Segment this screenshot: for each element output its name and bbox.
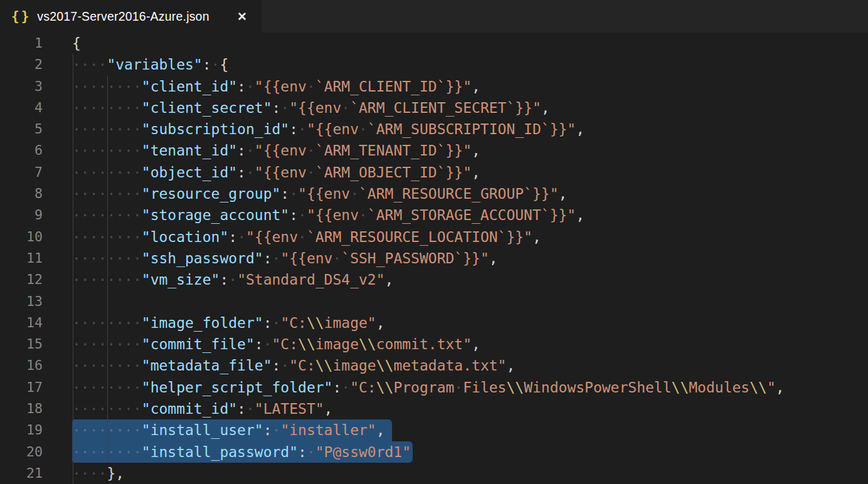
code-line[interactable]: 18········"commit_id":·"LATEST",	[0, 398, 868, 419]
token-pun: :	[228, 229, 237, 245]
token-key: "resource_group"	[142, 186, 281, 202]
token-esc: \\	[307, 315, 324, 331]
code-line-content: ········"location":·"{{env·`ARM_RESOURCE…	[72, 226, 541, 248]
code-line-content: ········"helper_script_folder":·"C:\\Pro…	[72, 377, 785, 398]
code-line[interactable]: 11········"ssh_password":·"{{env·`SSH_PA…	[0, 248, 868, 269]
token-esc: \\	[376, 357, 394, 374]
token-pun: {	[72, 35, 81, 51]
token-str: "{{env	[246, 229, 298, 245]
whitespace-dots: ·	[307, 164, 315, 181]
token-pun: ,	[506, 357, 515, 374]
token-str: Files	[463, 379, 506, 396]
tab-vs2017-server2016-azure-json[interactable]: {} vs2017-Server2016-Azure.json ✕	[0, 0, 262, 33]
code-line[interactable]: 9········"storage_account":·"{{env·`ARM_…	[0, 204, 868, 226]
code-line[interactable]: 4········"client_secret":·"{{env·`ARM_CL…	[0, 97, 868, 118]
line-number[interactable]: 20	[0, 441, 43, 463]
whitespace-dots: ·	[246, 78, 255, 95]
code-line[interactable]: 13	[0, 291, 868, 312]
token-str: "{{env	[307, 121, 359, 137]
line-number[interactable]: 6	[0, 140, 43, 161]
whitespace-dots: ·	[263, 336, 272, 352]
token-pun: ,	[324, 401, 333, 417]
line-number[interactable]: 19	[0, 419, 43, 441]
code-line[interactable]: 2····"variables":·{	[0, 54, 868, 75]
token-key: "commit_file"	[142, 336, 255, 352]
whitespace-dots: ········	[72, 186, 142, 202]
line-number[interactable]: 8	[0, 183, 43, 204]
token-str: "LATEST"	[255, 401, 324, 417]
line-number[interactable]: 9	[0, 204, 43, 226]
code-line[interactable]: 3········"client_id":·"{{env·`ARM_CLIENT…	[0, 76, 868, 97]
token-key: "subscription_id"	[142, 121, 289, 137]
line-number[interactable]: 11	[0, 248, 43, 269]
token-pun: ,	[541, 100, 550, 116]
json-file-icon: {}	[11, 10, 31, 23]
code-line-content: ········"client_secret":·"{{env·`ARM_CLI…	[72, 97, 550, 118]
tab-filename: vs2017-Server2016-Azure.json	[37, 9, 209, 24]
token-pun: :	[263, 250, 272, 266]
token-str: WindowsPowerShell	[524, 379, 671, 396]
line-number[interactable]: 12	[0, 269, 43, 290]
code-line[interactable]: 10········"location":·"{{env·`ARM_RESOUR…	[0, 226, 868, 248]
code-line[interactable]: 16········"metadata_file":·"C:\\image\\m…	[0, 355, 868, 376]
line-number[interactable]: 10	[0, 226, 43, 248]
line-number[interactable]: 4	[0, 97, 43, 118]
code-line-content: ····},	[72, 463, 124, 484]
token-pun: :	[272, 100, 281, 116]
code-line[interactable]: 7········"object_id":·"{{env·`ARM_OBJECT…	[0, 162, 868, 183]
token-str: "{{env	[255, 164, 307, 181]
line-number[interactable]: 21	[0, 463, 43, 484]
code-line[interactable]: 1{	[0, 33, 868, 54]
code-line[interactable]: 6········"tenant_id":·"{{env·`ARM_TENANT…	[0, 140, 868, 161]
token-str: `ARM_STORAGE_ACCOUNT`}}"	[368, 207, 576, 223]
line-number[interactable]: 16	[0, 355, 43, 376]
code-line-content: ········"commit_file":·"C:\\image\\commi…	[72, 334, 480, 355]
token-pun: :	[332, 379, 341, 396]
line-number[interactable]: 1	[0, 33, 43, 54]
token-str: "{{env	[255, 142, 307, 159]
token-key: "commit_id"	[142, 401, 237, 417]
line-number[interactable]: 2	[0, 54, 43, 75]
token-key: "install_user"	[142, 422, 263, 438]
token-str: `ARM_TENANT_ID`}}"	[315, 142, 472, 159]
token-str: "C:	[289, 357, 315, 374]
token-esc: \\	[298, 336, 315, 352]
whitespace-dots: ·	[280, 357, 289, 374]
line-number[interactable]: 3	[0, 76, 43, 97]
whitespace-dots: ····	[72, 465, 107, 481]
vscode-window: {} vs2017-Server2016-Azure.json ✕ 1{2···…	[0, 0, 868, 484]
whitespace-dots: ········	[72, 78, 142, 95]
code-line-content: ········"ssh_password":·"{{env·`SSH_PASS…	[72, 248, 498, 269]
code-line[interactable]: 19········"install_user":·"installer",	[0, 419, 868, 441]
token-str: "Standard_DS4_v2"	[237, 271, 384, 288]
code-editor[interactable]: 1{2····"variables":·{3········"client_id…	[0, 33, 868, 484]
token-pun: :	[263, 315, 272, 331]
whitespace-dots: ·	[298, 229, 307, 245]
token-key: "metadata_file"	[142, 357, 272, 374]
token-str: commit.txt"	[376, 336, 472, 352]
line-number[interactable]: 13	[0, 291, 43, 312]
line-number[interactable]: 14	[0, 312, 43, 334]
code-line[interactable]: 20········"install_password":·"P@ssw0rd1…	[0, 441, 868, 463]
code-line[interactable]: 17········"helper_script_folder":·"C:\\P…	[0, 377, 868, 398]
line-number[interactable]: 18	[0, 398, 43, 419]
whitespace-dots: ·	[272, 422, 281, 438]
close-tab-icon[interactable]: ✕	[233, 7, 251, 26]
line-number[interactable]: 17	[0, 377, 43, 398]
whitespace-dots: ·	[454, 379, 463, 396]
whitespace-dots: ········	[72, 142, 142, 159]
line-number[interactable]: 7	[0, 162, 43, 183]
code-line[interactable]: 8········"resource_group":·"{{env·`ARM_R…	[0, 183, 868, 204]
whitespace-dots: ········	[72, 401, 142, 417]
code-line[interactable]: 5········"subscription_id":·"{{env·`ARM_…	[0, 118, 868, 140]
token-pun: :	[203, 56, 211, 73]
token-str: `ARM_CLIENT_SECRET`}}"	[350, 100, 541, 116]
code-line[interactable]: 14········"image_folder":·"C:\\image",	[0, 312, 868, 334]
code-line[interactable]: 15········"commit_file":·"C:\\image\\com…	[0, 334, 868, 355]
line-number[interactable]: 5	[0, 118, 43, 140]
whitespace-dots: ·	[237, 229, 246, 245]
code-line[interactable]: 21····},	[0, 463, 868, 484]
token-key: "location"	[142, 229, 228, 245]
line-number[interactable]: 15	[0, 334, 43, 355]
code-line[interactable]: 12········"vm_size":·"Standard_DS4_v2",	[0, 269, 868, 290]
